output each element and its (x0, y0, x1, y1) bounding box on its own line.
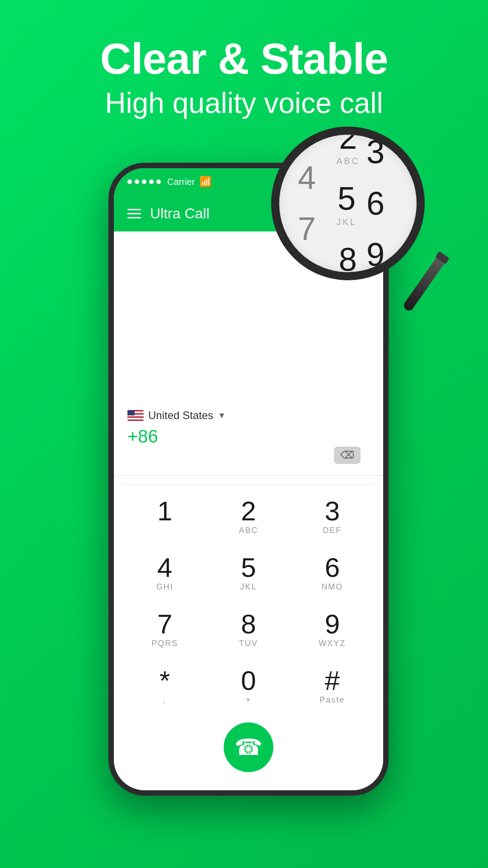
key-6[interactable]: 6 NMO (296, 546, 368, 600)
key-4[interactable]: 4 GHI (129, 546, 201, 600)
magnifier-glass: 2 ABC 5 JKL 8 TUV (271, 127, 425, 280)
key-2[interactable]: 2 ABC (212, 490, 285, 544)
keypad-row-3: 7 PQRS 8 TUV 9 WXYZ (123, 603, 374, 657)
headline-main: Clear & Stable (100, 36, 388, 82)
signal-dot-1 (127, 179, 132, 184)
key-hash-letters: Paste (319, 695, 345, 705)
key-hash-number: # (325, 667, 340, 694)
key-0-number: 0 (241, 667, 256, 694)
us-flag (127, 410, 144, 421)
background: Clear & Stable High quality voice call 2… (0, 0, 488, 868)
keypad-row-2: 4 GHI 5 JKL 6 NMO (123, 546, 374, 600)
delete-icon: ⌫ (340, 449, 354, 461)
hamburger-menu-icon[interactable] (127, 209, 141, 218)
key-4-number: 4 (157, 554, 172, 581)
key-6-letters: NMO (321, 582, 343, 592)
key-1[interactable]: 1 (129, 490, 201, 544)
keypad-row-4: * , 0 + # Paste (123, 659, 374, 713)
delete-button[interactable]: ⌫ (334, 447, 361, 464)
key-7-number: 7 (157, 611, 172, 638)
headline-block: Clear & Stable High quality voice call (100, 36, 388, 120)
country-selector[interactable]: United States ▼ (127, 409, 370, 422)
app-title: Ultra Call (150, 205, 210, 222)
key-3-number: 3 (325, 498, 340, 525)
wifi-icon: 📶 (199, 176, 211, 188)
mag-key-9: 9 (366, 236, 385, 273)
keypad: 1 2 ABC 3 DEF (114, 476, 383, 790)
phone-code: +86 (127, 426, 370, 447)
keypad-divider (123, 485, 374, 485)
key-5[interactable]: 5 JKL (212, 546, 285, 600)
delete-btn-area: ⌫ (127, 447, 370, 464)
dropdown-arrow-icon: ▼ (218, 411, 226, 420)
key-9-letters: WXYZ (319, 639, 346, 649)
country-name: United States (148, 409, 213, 422)
key-8[interactable]: 8 TUV (212, 603, 285, 657)
key-3[interactable]: 3 DEF (296, 490, 368, 544)
key-star-number: * (160, 667, 170, 694)
magnifier-overlay: 2 ABC 5 JKL 8 TUV (271, 127, 461, 316)
key-star[interactable]: * , (129, 659, 201, 713)
key-1-number: 1 (157, 498, 172, 525)
key-9-number: 9 (325, 611, 340, 638)
key-2-letters: ABC (239, 526, 258, 536)
key-7[interactable]: 7 PQRS (129, 603, 201, 657)
headline-sub: High quality voice call (100, 86, 388, 120)
carrier-label: Carrier (167, 177, 195, 187)
call-btn-row: ☎ (123, 716, 374, 781)
mag-key-3: 3 (366, 134, 385, 170)
key-5-letters: JKL (240, 582, 257, 592)
status-left: Carrier 📶 (127, 176, 211, 188)
key-2-number: 2 (241, 498, 256, 525)
phone-container: 2 ABC 5 JKL 8 TUV (81, 163, 407, 814)
key-5-number: 5 (241, 554, 256, 581)
signal-dot-3 (142, 179, 146, 184)
keypad-row-1: 1 2 ABC 3 DEF (123, 490, 374, 544)
key-7-letters: PQRS (151, 639, 178, 649)
key-8-number: 8 (241, 611, 256, 638)
key-3-letters: DEF (323, 526, 342, 536)
key-4-letters: GHI (156, 582, 174, 592)
signal-dot-2 (135, 179, 139, 184)
key-9[interactable]: 9 WXYZ (296, 603, 368, 657)
phone-icon: ☎ (235, 734, 263, 760)
mag-key-6: 6 (366, 185, 385, 222)
key-8-letters: TUV (239, 639, 258, 649)
call-button[interactable]: ☎ (224, 722, 273, 772)
key-0-letters: + (246, 695, 252, 705)
key-6-number: 6 (325, 554, 340, 581)
signal-dot-5 (156, 179, 161, 184)
key-hash[interactable]: # Paste (296, 659, 368, 713)
key-star-letters: , (163, 695, 166, 705)
key-0[interactable]: 0 + (212, 659, 285, 713)
signal-dot-4 (149, 179, 154, 184)
